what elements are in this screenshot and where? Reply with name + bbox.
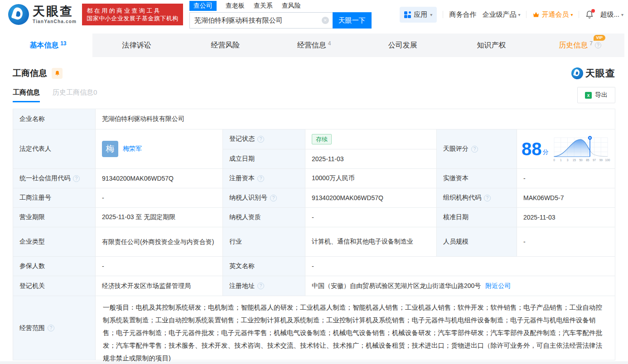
field-label-cell: 注册资本 ? bbox=[223, 169, 305, 188]
field-label-cell: 经营范围 ? bbox=[13, 296, 96, 360]
tab-company-development[interactable]: 公司发展 bbox=[358, 34, 447, 57]
field-label-cell: 纳税人识别号 ? bbox=[223, 188, 305, 207]
avatar[interactable]: 梅 bbox=[102, 141, 118, 157]
notifications-bell-icon[interactable] bbox=[585, 10, 594, 19]
paid-capital-value: - bbox=[517, 169, 615, 188]
score-distribution-chart: 0 1 3 15 50 85 97 99 100 bbox=[552, 134, 610, 164]
divider bbox=[579, 11, 579, 18]
export-label: 导出 bbox=[595, 91, 608, 99]
nav-open-vip[interactable]: 开通会员 ▾ bbox=[532, 10, 573, 19]
field-label: 登记机关 bbox=[13, 276, 96, 296]
tab-operating-risk[interactable]: 经营风险 bbox=[181, 34, 270, 57]
field-label: 注册地址 bbox=[229, 282, 255, 290]
tab-basic-info[interactable]: 基本信息 13 bbox=[4, 34, 92, 57]
brand-name: 天眼查 bbox=[33, 5, 77, 18]
apps-label: 应用 bbox=[414, 10, 427, 19]
business-info-table: 企业名称 芜湖伯特利驱动科技有限公司 法定代表人 梅 梅荣军 登记状态 ? 存续 bbox=[13, 109, 615, 360]
company-type-value: 有限责任公司(外商投资企业与内资合资) bbox=[96, 227, 223, 256]
watermark-text: 天眼查 bbox=[585, 67, 615, 80]
subscribe-bell-icon[interactable] bbox=[52, 68, 63, 79]
field-label: 行业 bbox=[223, 227, 305, 256]
reg-address-cell: 中国（安徽）自由贸易试验区芜湖片区龙山街道华山路200号 附近公司 bbox=[305, 276, 615, 296]
tab-label: 知识产权 bbox=[477, 41, 506, 50]
search-input[interactable] bbox=[189, 12, 333, 29]
promo-line1: 都在用的商业查询工具 bbox=[87, 7, 179, 14]
legal-rep-link[interactable]: 梅荣军 bbox=[123, 145, 142, 153]
subtab-business-info[interactable]: 工商信息 bbox=[13, 88, 40, 102]
nav-super-vip[interactable]: 超级... ▾ bbox=[600, 10, 623, 19]
table-row: 工商注册号 - 纳税人识别号 ? 91340200MAK06WD57Q 组织机构… bbox=[13, 188, 615, 208]
tab-history-info[interactable]: VIP 历史信息 7 ? bbox=[536, 34, 624, 57]
help-icon[interactable]: ? bbox=[257, 283, 264, 289]
help-icon[interactable]: ? bbox=[48, 325, 54, 331]
search-tab-risk[interactable]: 查风险 bbox=[282, 2, 301, 10]
tianyancha-logo[interactable]: 天眼查 TianYanCha.com bbox=[8, 4, 77, 25]
crown-icon bbox=[532, 11, 540, 18]
field-label-cell: 天眼评分 ? bbox=[437, 129, 517, 168]
field-label: 纳税人资质 bbox=[223, 208, 305, 227]
nav-cooperation[interactable]: 商务合作 bbox=[449, 10, 476, 19]
score-unit: 分 bbox=[543, 148, 549, 156]
legal-rep-cell: 梅 梅荣军 bbox=[96, 129, 223, 168]
company-name-value: 芜湖伯特利驱动科技有限公司 bbox=[96, 109, 615, 129]
main-content: 工商信息 天眼查 工商信息 历史工商信息0 x 导出 企业名称 芜湖伯特利驱动科… bbox=[0, 67, 628, 360]
taxpayer-id-value: 91340200MAK06WD57Q bbox=[305, 188, 437, 207]
nearby-companies-link[interactable]: 附近公司 bbox=[485, 282, 511, 290]
tianyan-score-cell: 88 分 bbox=[517, 129, 615, 168]
staff-size-value: - bbox=[517, 227, 615, 256]
clear-search-icon[interactable]: ✕ bbox=[322, 17, 329, 24]
status-date-stack: 登记状态 ? 存续 成立日期 2025-11-03 bbox=[223, 129, 437, 168]
help-icon[interactable]: ? bbox=[595, 42, 601, 48]
export-button[interactable]: x 导出 bbox=[577, 87, 615, 103]
promo-line2: 国家中小企业发展子基金旗下机构 bbox=[87, 14, 179, 22]
field-label: 组织机构代码 bbox=[443, 194, 481, 202]
field-label-cell: 组织机构代码 ? bbox=[437, 188, 517, 207]
nav-enterprise-products[interactable]: 企业级产品 ▾ bbox=[482, 10, 520, 19]
field-label: 核准日期 bbox=[437, 208, 517, 227]
tab-label: 法律诉讼 bbox=[122, 41, 151, 50]
table-row: 统一社会信用代码 ? 91340200MAK06WD57Q 注册资本 ? 100… bbox=[13, 169, 615, 188]
reg-address-value: 中国（安徽）自由贸易试验区芜湖片区龙山街道华山路200号 bbox=[312, 282, 481, 290]
search-tab-boss[interactable]: 查老板 bbox=[226, 2, 245, 10]
excel-icon: x bbox=[585, 92, 592, 99]
field-label: 统一社会信用代码 bbox=[19, 174, 70, 182]
apps-grid-icon bbox=[404, 11, 411, 18]
search-tab-company[interactable]: 查公司 bbox=[189, 1, 217, 11]
nav-enterprise-label: 企业级产品 bbox=[482, 10, 516, 19]
reg-authority-value: 经济技术开发区市场监督管理局 bbox=[96, 276, 223, 296]
help-icon[interactable]: ? bbox=[270, 195, 277, 201]
help-icon[interactable]: ? bbox=[471, 146, 478, 153]
field-label: 法定代表人 bbox=[13, 129, 96, 168]
svg-text:100: 100 bbox=[605, 158, 610, 162]
field-label: 企业名称 bbox=[13, 109, 96, 129]
insured-count-value: - bbox=[96, 257, 223, 276]
tab-operating-info[interactable]: 经营信息 4 bbox=[270, 34, 358, 57]
svg-text:99: 99 bbox=[599, 158, 603, 162]
footer-strip bbox=[0, 361, 628, 364]
subtab-history-business-info[interactable]: 历史工商信息0 bbox=[53, 88, 97, 102]
apps-menu-button[interactable]: 应用 ▾ bbox=[400, 7, 437, 23]
english-name-value: - bbox=[305, 257, 615, 276]
help-icon[interactable]: ? bbox=[257, 175, 264, 182]
svg-text:97: 97 bbox=[592, 158, 596, 162]
help-icon[interactable]: ? bbox=[73, 175, 80, 182]
tab-count: 7 bbox=[589, 40, 593, 47]
tianyancha-watermark: 天眼查 bbox=[571, 67, 615, 80]
svg-text:50: 50 bbox=[579, 158, 583, 162]
field-label: 纳税人识别号 bbox=[229, 194, 267, 202]
taxpayer-quality-value: - bbox=[305, 208, 437, 227]
tab-intellectual-property[interactable]: 知识产权 bbox=[447, 34, 536, 57]
search-button[interactable]: 天眼一下 bbox=[333, 12, 372, 29]
chevron-down-icon: ▾ bbox=[518, 12, 520, 17]
top-navigation: 应用 ▾ 商务合作 企业级产品 ▾ 开通会员 ▾ 超级... ▾ bbox=[400, 0, 623, 29]
search-tab-relation[interactable]: 查关系 bbox=[254, 2, 273, 10]
business-scope-value: 一般项目：电机及其控制系统研发；电机制造；智能机器人的研发；工业机器人制造；智能… bbox=[96, 296, 615, 360]
vip-badge: VIP bbox=[594, 35, 606, 41]
header: 天眼查 TianYanCha.com 都在用的商业查询工具 国家中小企业发展子基… bbox=[0, 0, 628, 29]
field-label: 登记状态 bbox=[229, 135, 255, 143]
help-icon[interactable]: ? bbox=[257, 136, 264, 143]
help-icon[interactable]: ? bbox=[484, 195, 491, 201]
tab-legal-litigation[interactable]: 法律诉讼 bbox=[92, 34, 181, 57]
nav-vip-label: 开通会员 bbox=[541, 10, 569, 19]
table-row: 企业类型 有限责任公司(外商投资企业与内资合资) 行业 计算机、通信和其他电子设… bbox=[13, 227, 615, 257]
